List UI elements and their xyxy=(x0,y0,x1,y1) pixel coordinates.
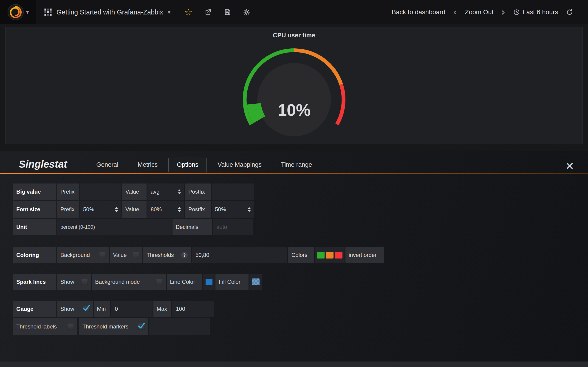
gauge-value: 10% xyxy=(277,101,311,119)
tab-options[interactable]: Options xyxy=(168,157,207,173)
navbar-right: Back to dashboard ‹ Zoom Out › Last 6 ho… xyxy=(392,8,588,16)
tab-time-range[interactable]: Time range xyxy=(272,157,321,173)
color-swatch-orange[interactable] xyxy=(326,252,334,259)
gauge-show-checkbox[interactable] xyxy=(83,306,90,312)
line-color-swatch[interactable] xyxy=(206,279,212,285)
panel-title[interactable]: CPU user time xyxy=(6,27,582,39)
invert-order-button[interactable]: invert order xyxy=(346,247,384,263)
grafana-main-menu[interactable]: ▾ xyxy=(0,0,36,24)
dashboard-title: Getting Started with Grafana-Zabbix xyxy=(57,8,163,16)
value-label: Value xyxy=(122,184,147,200)
tab-metrics[interactable]: Metrics xyxy=(129,157,166,173)
editor-tabs: General Metrics Options Value Mappings T… xyxy=(88,157,320,173)
background-mode-toggle[interactable]: Background mode xyxy=(92,274,166,290)
spinner-icon xyxy=(115,207,118,212)
background-checkbox[interactable] xyxy=(99,252,106,258)
navbar-actions: ☆ xyxy=(184,8,250,17)
min-input[interactable] xyxy=(111,301,153,317)
prefix-label: Prefix xyxy=(57,201,79,218)
coloring-value-toggle[interactable]: Value xyxy=(110,247,142,263)
settings-button[interactable] xyxy=(243,8,250,16)
spinner-icon xyxy=(248,207,251,212)
prefix-size-value: 50% xyxy=(83,206,94,213)
threshold-labels-toggle[interactable]: Threshold labels xyxy=(13,318,77,335)
font-size-label: Font size xyxy=(13,201,56,218)
close-editor-button[interactable]: × xyxy=(565,160,574,173)
decimals-label: Decimals xyxy=(173,219,212,235)
editor-header: Singlestat General Metrics Options Value… xyxy=(0,151,588,173)
fill-color-cell xyxy=(250,274,262,290)
value-function-value: avg xyxy=(151,189,160,195)
time-shift-right-button[interactable]: › xyxy=(502,8,505,16)
refresh-icon xyxy=(566,8,573,16)
threshold-markers-label: Threshold markers xyxy=(82,323,128,330)
save-button[interactable] xyxy=(224,8,231,16)
value-label: Value xyxy=(122,201,147,218)
font-size-row: Font size Prefix 50% Value 80% Postfix 5… xyxy=(13,201,588,218)
background-mode-checkbox[interactable] xyxy=(156,279,163,285)
time-range-label: Last 6 hours xyxy=(523,8,558,16)
coloring-row: Coloring Background Value Thresholds ? C… xyxy=(13,247,588,263)
prefix-size-select[interactable]: 50% xyxy=(80,201,121,218)
spinner-icon xyxy=(178,190,181,194)
color-swatch-green[interactable] xyxy=(317,252,325,259)
spark-lines-label: Spark lines xyxy=(13,274,56,290)
thresholds-input[interactable] xyxy=(192,247,287,263)
thresholds-label-cell: Thresholds ? xyxy=(143,247,191,263)
star-button[interactable]: ☆ xyxy=(184,8,192,17)
threshold-markers-checkbox[interactable] xyxy=(138,323,145,330)
max-input[interactable] xyxy=(172,301,214,317)
value-size-select[interactable]: 80% xyxy=(147,201,184,218)
value-checkbox[interactable] xyxy=(133,252,139,258)
background-label: Background xyxy=(61,252,90,258)
panel-type-title: Singlestat xyxy=(19,158,67,173)
gauge-value-arc xyxy=(254,104,259,120)
gauge-show-toggle[interactable]: Show xyxy=(57,301,93,317)
gauge-face xyxy=(257,63,331,136)
threshold-labels-checkbox[interactable] xyxy=(67,323,74,330)
threshold-markers-toggle[interactable]: Threshold markers xyxy=(79,318,148,335)
panel-editor: Singlestat General Metrics Options Value… xyxy=(0,151,588,364)
value-size-value: 80% xyxy=(151,206,162,213)
row-filler xyxy=(149,318,210,335)
postfix-label: Postfix xyxy=(185,184,211,200)
postfix-size-value: 50% xyxy=(215,206,226,213)
postfix-size-select[interactable]: 50% xyxy=(212,201,254,218)
fill-color-label: Fill Color xyxy=(216,274,249,290)
back-to-dashboard-button[interactable]: Back to dashboard xyxy=(392,8,445,16)
unit-value: percent (0-100) xyxy=(61,224,95,230)
spark-show-toggle[interactable]: Show xyxy=(57,274,91,290)
big-value-prefix-input[interactable] xyxy=(80,184,121,200)
gear-icon xyxy=(243,8,250,16)
unit-label: Unit xyxy=(13,219,56,235)
gauge-row: Gauge Show Min Max xyxy=(13,301,588,317)
refresh-button[interactable] xyxy=(566,8,573,16)
background-mode-label: Background mode xyxy=(95,279,140,285)
zoom-out-button[interactable]: Zoom Out xyxy=(465,8,493,16)
dashboard-picker[interactable]: Getting Started with Grafana-Zabbix ▾ xyxy=(44,8,170,16)
help-icon[interactable]: ? xyxy=(181,252,188,258)
clock-icon xyxy=(513,9,520,16)
dashboard-grid-icon xyxy=(44,8,52,16)
color-swatch-red[interactable] xyxy=(335,252,342,259)
coloring-background-toggle[interactable]: Background xyxy=(57,247,109,263)
threshold-colors xyxy=(315,247,345,263)
time-range-picker[interactable]: Last 6 hours xyxy=(513,8,558,16)
top-navbar: ▾ Getting Started with Grafana-Zabbix ▾ … xyxy=(0,0,588,24)
max-label: Max xyxy=(153,301,171,317)
coloring-label: Coloring xyxy=(13,247,56,263)
grafana-logo-icon xyxy=(7,4,24,21)
threshold-options-row: Threshold labels Threshold markers xyxy=(13,318,588,335)
big-value-row: Big value Prefix Value avg Postfix xyxy=(13,184,588,200)
value-function-select[interactable]: avg xyxy=(147,184,184,200)
spark-show-checkbox[interactable] xyxy=(81,279,88,285)
tab-general[interactable]: General xyxy=(88,157,127,173)
share-button[interactable] xyxy=(204,8,212,16)
big-value-postfix-input[interactable] xyxy=(212,184,254,200)
tab-value-mappings[interactable]: Value Mappings xyxy=(209,157,270,173)
chevron-down-icon: ▾ xyxy=(168,9,170,15)
time-shift-left-button[interactable]: ‹ xyxy=(453,8,457,16)
fill-color-swatch[interactable] xyxy=(252,278,259,285)
decimals-input[interactable] xyxy=(213,219,253,235)
unit-select[interactable]: percent (0-100) xyxy=(57,219,172,235)
